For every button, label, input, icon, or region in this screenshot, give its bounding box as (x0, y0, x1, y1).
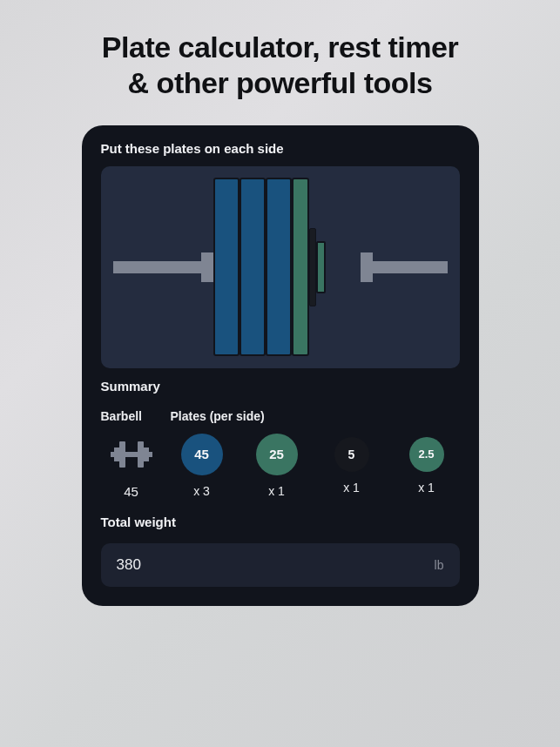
plate-45-icon (240, 178, 266, 356)
plate-circle-5: 5 (334, 437, 369, 472)
plate-entry: 2.5 x 1 (399, 437, 455, 495)
promo-headline: Plate calculator, rest timer & other pow… (102, 30, 458, 101)
plate-circle-25: 25 (256, 434, 298, 475)
bar-shaft-left (113, 261, 214, 273)
bar-shaft-right (361, 261, 448, 273)
summary-row: Barbell 45 Plates (per side) 45 x 3 25 x… (101, 404, 460, 499)
headline-line-1: Plate calculator, rest timer (102, 30, 458, 64)
plates-header: Plates (per side) (171, 409, 265, 425)
barbell-column: Barbell 45 (101, 409, 162, 499)
plate-count: x 1 (343, 481, 360, 495)
plate-count: x 1 (268, 484, 285, 498)
summary-title: Summary (101, 379, 460, 394)
total-weight-unit: lb (435, 558, 444, 572)
total-weight-title: Total weight (101, 515, 460, 529)
plate-circle-45: 45 (181, 434, 223, 475)
plate-5-icon (309, 228, 316, 306)
headline-line-2: & other powerful tools (128, 66, 433, 99)
barbell-illustration (101, 166, 460, 368)
plate-2-5-icon (316, 241, 326, 293)
plates-stack (213, 176, 326, 359)
plate-circle-2-5: 2.5 (409, 437, 444, 472)
plate-count: x 1 (418, 481, 435, 495)
total-weight-box[interactable]: 380 lb (101, 543, 460, 587)
plate-calculator-card: Put these plates on each side Summary Ba… (82, 125, 479, 606)
plate-45-icon (213, 178, 240, 356)
plate-count: x 3 (193, 484, 210, 498)
plate-25-icon (292, 178, 309, 356)
barbell-icon (107, 434, 156, 475)
plates-circles-row: 45 x 3 25 x 1 5 x 1 2.5 x 1 (171, 434, 460, 498)
barbell-weight-value: 45 (124, 484, 138, 499)
plate-45-icon (266, 178, 292, 356)
instruction-title: Put these plates on each side (101, 141, 460, 156)
plate-entry: 45 x 3 (174, 434, 230, 498)
plate-entry: 25 x 1 (249, 434, 305, 498)
bar-collar-left (201, 252, 213, 282)
plates-column: Plates (per side) 45 x 3 25 x 1 5 x 1 2.… (171, 409, 460, 498)
plate-entry: 5 x 1 (324, 437, 380, 495)
barbell-header: Barbell (101, 409, 142, 425)
total-weight-value: 380 (117, 556, 141, 574)
